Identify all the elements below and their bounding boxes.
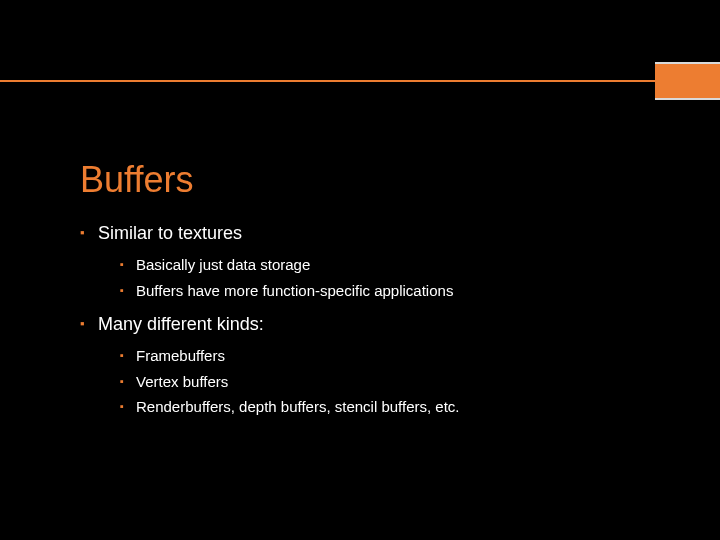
accent-box [655, 62, 720, 100]
slide-content: Buffers Similar to textures Basically ju… [80, 159, 660, 429]
list-item: Vertex buffers [120, 371, 660, 394]
bullet-text: Renderbuffers, depth buffers, stencil bu… [136, 398, 460, 415]
bullet-text: Vertex buffers [136, 373, 228, 390]
bullet-list-level2: Basically just data storage Buffers have… [98, 254, 660, 302]
slide-title: Buffers [80, 159, 660, 201]
list-item: Basically just data storage [120, 254, 660, 277]
bullet-list-level2: Framebuffers Vertex buffers Renderbuffer… [98, 345, 660, 419]
list-item: Buffers have more function-specific appl… [120, 280, 660, 303]
list-item: Similar to textures Basically just data … [80, 221, 660, 302]
list-item: Framebuffers [120, 345, 660, 368]
bullet-text: Similar to textures [98, 223, 242, 243]
list-item: Renderbuffers, depth buffers, stencil bu… [120, 396, 660, 419]
bullet-text: Basically just data storage [136, 256, 310, 273]
accent-line [0, 80, 655, 82]
list-item: Many different kinds: Framebuffers Verte… [80, 312, 660, 419]
bullet-text: Framebuffers [136, 347, 225, 364]
bullet-list-level1: Similar to textures Basically just data … [80, 221, 660, 419]
bullet-text: Buffers have more function-specific appl… [136, 282, 453, 299]
bullet-text: Many different kinds: [98, 314, 264, 334]
slide-accent-decoration [0, 62, 720, 100]
